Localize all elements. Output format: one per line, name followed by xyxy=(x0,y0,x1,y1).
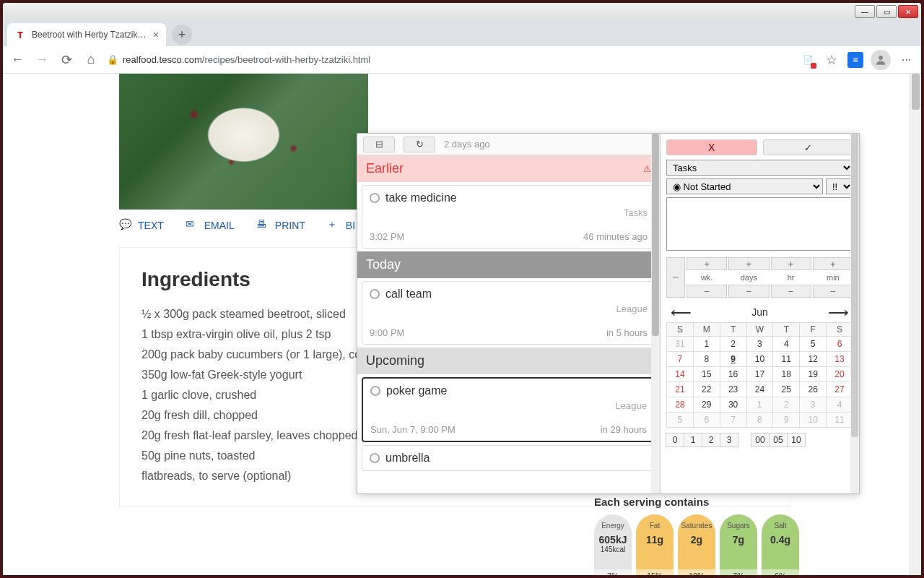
page-scrollbar[interactable] xyxy=(910,74,921,575)
calendar-day[interactable]: 25 xyxy=(773,382,800,397)
prev-month-button[interactable]: ⟵ xyxy=(671,303,692,321)
calendar-day[interactable]: 11 xyxy=(827,413,853,428)
task-card[interactable]: call teamLeague9:00 PMin 5 hours xyxy=(362,281,655,345)
sub-min-button[interactable]: − xyxy=(813,285,853,298)
task-card[interactable]: take medicineTasks3:02 PM46 minutes ago xyxy=(362,185,655,249)
print-action[interactable]: 🖶PRINT xyxy=(256,218,305,233)
calendar-day[interactable]: 24 xyxy=(746,382,773,397)
close-window-button[interactable]: ✕ xyxy=(898,5,918,18)
calendar-day[interactable]: 27 xyxy=(827,382,853,397)
calendar-day[interactable]: 11 xyxy=(773,352,800,367)
calendar-day[interactable]: 8 xyxy=(746,413,773,428)
minute-cell[interactable]: 05 xyxy=(769,433,788,447)
calendar-day[interactable]: 8 xyxy=(693,352,720,367)
calendar-day[interactable]: 21 xyxy=(667,382,694,397)
forward-button[interactable]: → xyxy=(33,51,51,69)
calendar-day[interactable]: 14 xyxy=(667,367,694,382)
task-card[interactable]: umbrella xyxy=(362,445,655,471)
calendar-day[interactable]: 10 xyxy=(800,413,827,428)
task-radio[interactable] xyxy=(370,386,380,396)
calendar-day[interactable]: 23 xyxy=(720,382,746,397)
minute-cell[interactable]: 00 xyxy=(751,433,770,447)
delete-task-button[interactable]: X xyxy=(666,139,757,155)
menu-button[interactable]: ⋮ xyxy=(898,51,915,69)
home-button[interactable]: ⌂ xyxy=(82,51,100,69)
calendar-day[interactable]: 3 xyxy=(746,337,773,352)
calendar-day[interactable]: 2 xyxy=(720,337,746,352)
scroll-thumb[interactable] xyxy=(912,74,920,110)
minimize-button[interactable]: — xyxy=(855,5,875,18)
calendar-day[interactable]: 5 xyxy=(667,413,694,428)
calendar-day[interactable]: 2 xyxy=(773,397,800,413)
calendar-day[interactable]: 1 xyxy=(693,337,720,352)
digit-cell[interactable]: 1 xyxy=(684,433,702,447)
digit-cell[interactable]: 0 xyxy=(666,433,684,447)
profile-avatar[interactable] xyxy=(871,50,891,70)
calendar-day[interactable]: 12 xyxy=(800,352,827,367)
calendar-day[interactable]: 5 xyxy=(800,337,827,352)
calendar-day[interactable]: 7 xyxy=(667,352,694,367)
detail-scrollbar[interactable] xyxy=(850,134,859,493)
task-radio[interactable] xyxy=(370,289,380,299)
new-tab-button[interactable]: + xyxy=(172,25,192,45)
browser-tab[interactable]: T Beetroot with Herby Tzatziki Rec × xyxy=(7,23,166,46)
status-select[interactable]: ◉ Not Started xyxy=(666,178,823,194)
calendar-day[interactable]: 6 xyxy=(693,413,720,428)
back-button[interactable]: ← xyxy=(9,51,26,69)
calendar-day[interactable]: 26 xyxy=(800,382,827,397)
digit-cell[interactable]: 3 xyxy=(720,433,738,447)
refresh-button[interactable]: ↻ xyxy=(404,137,435,152)
calendar-day[interactable]: 15 xyxy=(693,367,720,382)
calendar-day[interactable]: 13 xyxy=(827,352,853,367)
extension-icon-1[interactable]: 📄 xyxy=(800,52,816,68)
subtract-time-button[interactable]: − xyxy=(666,257,685,298)
add-hr-button[interactable]: + xyxy=(771,257,811,270)
detail-scroll-thumb[interactable] xyxy=(851,134,858,437)
calendar-day[interactable]: 20 xyxy=(827,367,853,382)
task-radio[interactable] xyxy=(370,453,380,463)
calendar-day[interactable]: 1 xyxy=(746,397,773,413)
priority-select[interactable]: !! xyxy=(826,178,853,194)
reload-button[interactable]: ⟳ xyxy=(58,51,75,69)
sub-days-button[interactable]: − xyxy=(728,285,769,298)
calendar-day[interactable]: 16 xyxy=(720,367,746,382)
tasks-extension-icon[interactable]: ≡ xyxy=(847,52,863,68)
calendar-day[interactable]: 28 xyxy=(667,397,694,413)
calendar-day[interactable]: 7 xyxy=(720,413,746,428)
add-days-button[interactable]: + xyxy=(728,257,769,270)
task-notes-input[interactable] xyxy=(666,197,853,251)
text-action[interactable]: 💬TEXT xyxy=(119,218,164,233)
tasks-scrollbar[interactable] xyxy=(651,134,660,493)
confirm-task-button[interactable]: ✓ xyxy=(763,139,854,155)
tasks-scroll-thumb[interactable] xyxy=(652,134,659,336)
close-tab-icon[interactable]: × xyxy=(153,29,159,40)
next-month-button[interactable]: ⟶ xyxy=(828,303,849,321)
sub-wk.-button[interactable]: − xyxy=(687,285,727,298)
sub-hr-button[interactable]: − xyxy=(771,285,811,298)
calendar-day[interactable]: 4 xyxy=(827,397,853,413)
task-radio[interactable] xyxy=(370,193,380,203)
digit-cell[interactable]: 2 xyxy=(702,433,720,447)
calendar-day[interactable]: 30 xyxy=(720,397,746,413)
calendar-day[interactable]: 6 xyxy=(827,337,853,352)
maximize-button[interactable]: ▭ xyxy=(876,5,897,18)
calendar-day[interactable]: 9 xyxy=(720,352,746,367)
address-bar[interactable]: 🔒 realfood.tesco.com/recipes/beetroot-wi… xyxy=(107,54,793,65)
calendar-day[interactable]: 4 xyxy=(773,337,800,352)
email-action[interactable]: ✉EMAIL xyxy=(186,218,235,233)
binder-action[interactable]: ＋BI xyxy=(327,218,355,233)
add-min-button[interactable]: + xyxy=(813,257,853,270)
calendar-day[interactable]: 18 xyxy=(773,367,800,382)
list-select[interactable]: Tasks xyxy=(666,160,853,176)
calendar-day[interactable]: 17 xyxy=(746,367,773,382)
calendar-day[interactable]: 9 xyxy=(773,413,800,428)
calendar-day[interactable]: 3 xyxy=(800,397,827,413)
calendar-day[interactable]: 19 xyxy=(800,367,827,382)
calendar-day[interactable]: 10 xyxy=(746,352,773,367)
calendar-day[interactable]: 31 xyxy=(667,337,694,352)
calendar-day[interactable]: 29 xyxy=(693,397,720,413)
bookmark-star-icon[interactable]: ☆ xyxy=(823,51,840,69)
add-wk.-button[interactable]: + xyxy=(687,257,727,270)
calendar-day[interactable]: 22 xyxy=(693,382,720,397)
task-card[interactable]: poker gameLeagueSun, Jun 7, 9:00 PMin 29… xyxy=(362,377,655,442)
